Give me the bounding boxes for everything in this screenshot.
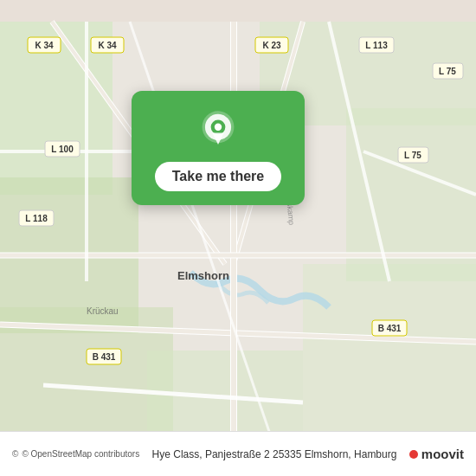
location-pin-icon [196,108,241,153]
svg-text:L 75: L 75 [439,67,456,76]
svg-rect-5 [303,264,476,454]
svg-text:B 431: B 431 [378,324,402,333]
svg-text:Krückau: Krückau [87,306,119,316]
svg-text:L 75: L 75 [404,151,421,160]
moovit-wordmark: moovit [421,447,464,461]
svg-text:L 100: L 100 [51,145,74,154]
map-background: K 34 K 34 K 23 L 113 L 75 L 75 L 100 L 1… [0,0,476,476]
take-me-there-button[interactable]: Take me there [155,162,281,191]
svg-text:B 431: B 431 [93,352,116,362]
copyright-symbol: © [12,449,18,459]
moovit-logo: moovit [409,447,464,461]
attribution-text: © OpenStreetMap contributors [22,449,139,459]
attribution: © © OpenStreetMap contributors [12,449,139,459]
address-text: Hye Class, Panjestraße 2 25335 Elmshorn,… [139,448,409,460]
action-card: Take me there [132,91,305,205]
svg-text:L 113: L 113 [365,41,388,50]
svg-text:L 118: L 118 [25,214,48,223]
svg-text:K 23: K 23 [262,41,281,50]
moovit-dot-icon [409,450,418,459]
svg-text:Elmshorn: Elmshorn [177,269,229,282]
map-container: K 34 K 34 K 23 L 113 L 75 L 75 L 100 L 1… [0,0,476,476]
svg-text:K 34: K 34 [98,41,117,50]
bottom-bar: © © OpenStreetMap contributors Hye Class… [0,431,476,476]
svg-point-50 [215,124,222,131]
svg-text:K 34: K 34 [35,41,54,50]
